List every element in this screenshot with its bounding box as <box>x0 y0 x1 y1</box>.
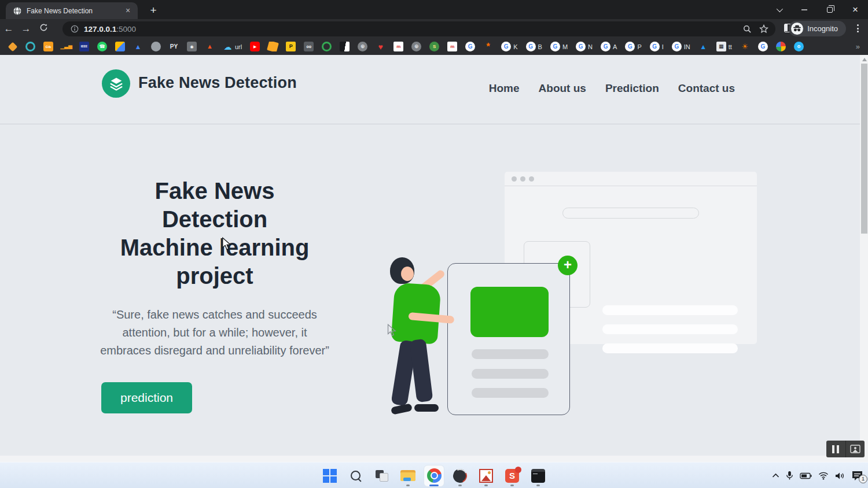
analytics-bookmark[interactable]: ▁▃▅ <box>61 42 71 51</box>
google-k-bookmark[interactable]: GK <box>501 42 517 51</box>
kite-bookmark[interactable] <box>8 42 17 51</box>
google-i-bookmark[interactable]: GI <box>650 42 664 51</box>
back-button[interactable]: ← <box>0 23 17 35</box>
task-view-button[interactable] <box>372 464 392 487</box>
bookmark-star-icon[interactable] <box>759 24 768 34</box>
wifi-icon[interactable] <box>818 472 829 480</box>
p-yellow-bookmark[interactable]: P <box>286 42 296 51</box>
photos-bookmark[interactable] <box>776 42 786 51</box>
camera-bookmark[interactable]: ◉ <box>187 42 197 51</box>
screenshot-button[interactable] <box>845 441 865 457</box>
next-section-strip <box>0 456 860 462</box>
google-bookmark[interactable]: G <box>465 42 475 51</box>
gib-bookmark[interactable]: Gib <box>43 42 53 51</box>
image-viewer-button[interactable] <box>476 464 496 487</box>
ieee-bookmark[interactable]: IEEE <box>79 42 89 51</box>
red-doc-bookmark-2[interactable]: m <box>447 42 457 51</box>
google-m-bookmark[interactable]: GM <box>550 42 568 51</box>
chrome-icon <box>427 468 442 483</box>
file-explorer-button[interactable] <box>398 464 418 487</box>
notifications-button[interactable]: 1 <box>851 471 863 481</box>
google-i-bookmark-label: I <box>662 43 664 50</box>
forward-button[interactable]: → <box>17 23 35 35</box>
info-circle-icon[interactable] <box>71 25 79 33</box>
tab-close-icon[interactable]: × <box>123 6 133 16</box>
microphone-icon[interactable] <box>786 471 793 480</box>
window-minimize-button[interactable] <box>792 0 817 19</box>
search-icon <box>350 470 362 482</box>
window-restore-button[interactable] <box>817 0 843 19</box>
new-tab-button[interactable]: + <box>146 3 161 18</box>
nav-link-about-us[interactable]: About us <box>539 82 586 95</box>
red-doc-bookmark[interactable]: m <box>393 42 403 51</box>
incognito-profile-chip[interactable]: Incognito <box>789 21 846 36</box>
url-cloud-bookmark[interactable]: ☁url <box>223 42 242 51</box>
tab-search-chevron-icon[interactable] <box>766 0 792 19</box>
speaker-icon[interactable] <box>835 472 845 480</box>
s-app-badge <box>515 467 521 473</box>
illustration-gray-bar <box>472 388 549 398</box>
illustration-text-bar <box>602 305 738 315</box>
taskbar-search-button[interactable] <box>345 464 366 487</box>
nav-link-contact-us[interactable]: Contact us <box>678 82 735 95</box>
globe-bookmark[interactable]: ⊕ <box>358 42 367 51</box>
shutter-app-button[interactable] <box>450 464 470 487</box>
battery-icon[interactable] <box>800 472 812 479</box>
sbi-bookmark[interactable]: o <box>794 42 804 51</box>
layers-stack-icon <box>108 76 124 92</box>
green-badge-bookmark[interactable]: S <box>429 42 439 51</box>
pause-button[interactable] <box>826 441 845 457</box>
ads-triangle-bookmark[interactable]: ▲ <box>133 42 143 51</box>
mountain-bookmark[interactable]: ▲ <box>698 42 708 51</box>
binoculars-bookmark[interactable]: oo <box>304 42 314 51</box>
browser-toolbar: ← → 127.0.0.1:5000 Incognito <box>0 19 868 38</box>
ring-bookmark[interactable] <box>25 42 35 51</box>
monitor-bookmark[interactable]: ▦tt <box>716 42 732 51</box>
youtube-bookmark[interactable]: ▶ <box>250 42 260 51</box>
scrollbar-thumb[interactable] <box>861 64 867 234</box>
scrollbar-up-arrow-icon[interactable] <box>862 58 867 61</box>
nav-link-home[interactable]: Home <box>489 82 520 95</box>
reload-button[interactable] <box>35 23 52 35</box>
torch-bookmark[interactable]: ▲ <box>205 42 215 51</box>
address-bar[interactable]: 127.0.0.1:5000 <box>62 21 775 36</box>
sun-bookmark[interactable]: ☀ <box>740 42 750 51</box>
heart-bookmark[interactable]: ♥ <box>376 42 385 51</box>
bookmarks-overflow-icon[interactable]: » <box>851 42 868 51</box>
browser-menu-icon[interactable] <box>853 23 862 34</box>
google-n-bookmark-label: N <box>588 43 593 50</box>
terminal-button[interactable] <box>528 464 549 487</box>
s-app-button[interactable]: S <box>502 464 523 487</box>
illustration-front-card <box>447 263 570 415</box>
incognito-icon <box>791 23 803 35</box>
google-bookmark-2[interactable]: G <box>758 42 768 51</box>
zoom-magnifier-icon[interactable] <box>743 25 752 34</box>
page-scrollbar[interactable] <box>860 55 868 462</box>
whatsapp-bookmark[interactable]: ☎ <box>97 42 107 51</box>
google-in-bookmark[interactable]: GIN <box>672 42 690 51</box>
spark-bookmark[interactable]: * <box>483 42 493 51</box>
py-bookmark[interactable]: PY <box>169 42 179 51</box>
github-bookmark[interactable] <box>151 42 161 51</box>
prediction-button[interactable]: prediction <box>101 382 192 413</box>
globe-bookmark-2[interactable]: ⊕ <box>411 42 421 51</box>
window-close-button[interactable]: × <box>843 0 868 19</box>
bird-bookmark[interactable] <box>340 42 350 51</box>
chrome-button[interactable] <box>424 464 444 487</box>
person-shoe <box>414 404 439 412</box>
google-n-bookmark[interactable]: GN <box>576 42 593 51</box>
illustration-text-bar <box>602 324 738 334</box>
brand-logo[interactable] <box>102 69 130 98</box>
google-p-bookmark[interactable]: GP <box>625 42 641 51</box>
top-navigation: HomeAbout usPredictionContact us <box>489 82 735 95</box>
nav-link-prediction[interactable]: Prediction <box>605 82 659 95</box>
browser-tab[interactable]: Fake News Detection × <box>6 2 138 19</box>
google-b-bookmark[interactable]: GB <box>526 42 542 51</box>
green-ring-bookmark[interactable] <box>322 42 332 51</box>
tray-chevron-up-icon[interactable] <box>772 473 779 478</box>
person-leg <box>410 339 433 403</box>
google-a-bookmark[interactable]: GA <box>601 42 617 51</box>
start-button[interactable] <box>319 464 340 487</box>
sticker-bookmark[interactable] <box>268 42 278 51</box>
ads-bookmark[interactable] <box>115 42 125 51</box>
